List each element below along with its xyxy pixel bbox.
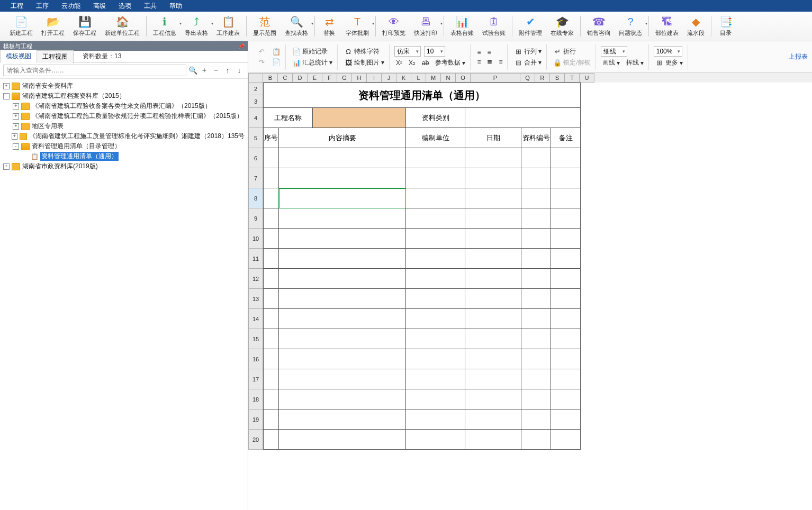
table-cell[interactable] — [551, 148, 581, 168]
table-cell[interactable] — [263, 309, 279, 329]
row-header[interactable]: 18 — [248, 389, 263, 409]
table-cell[interactable] — [406, 148, 465, 168]
zoom-select[interactable]: 100% — [654, 46, 683, 57]
table-cell[interactable] — [279, 369, 406, 389]
row-header[interactable]: 20 — [248, 430, 263, 450]
column-header[interactable]: M — [426, 73, 441, 83]
toolbar-button[interactable]: 📋工序建表 — [212, 13, 244, 40]
toolbar-button[interactable]: 🖶快速打印 — [410, 13, 441, 40]
row-header[interactable]: 12 — [248, 269, 263, 289]
table-cell[interactable] — [263, 249, 279, 269]
table-cell[interactable] — [551, 249, 581, 269]
up-icon[interactable]: ↑ — [222, 65, 233, 76]
table-cell[interactable] — [279, 148, 406, 168]
table-cell[interactable] — [263, 188, 279, 208]
table-cell[interactable] — [521, 430, 551, 450]
column-header[interactable]: O — [456, 73, 471, 83]
table-cell[interactable] — [406, 168, 465, 188]
toolbar-button[interactable]: ☎销售咨询 — [583, 13, 615, 40]
superscript-button[interactable]: X² — [394, 59, 404, 67]
table-cell[interactable] — [279, 409, 406, 430]
toolbar-button[interactable]: 📑目录 — [714, 13, 738, 40]
pin-icon[interactable]: 📌 — [238, 43, 245, 49]
row-header[interactable]: 4 — [248, 108, 263, 128]
toolbar-button[interactable]: 🏗部位建表 — [651, 13, 683, 40]
paste-button[interactable]: 📄 — [270, 58, 282, 67]
table-cell[interactable] — [263, 329, 279, 349]
table-cell[interactable] — [521, 389, 551, 409]
table-cell[interactable] — [465, 389, 521, 409]
wrap-button[interactable]: ↵折行 — [552, 47, 578, 57]
search-input[interactable] — [3, 65, 186, 76]
table-cell[interactable] — [551, 208, 581, 229]
table-cell[interactable] — [465, 269, 521, 289]
menu-item[interactable]: 云功能 — [55, 2, 87, 11]
table-cell[interactable] — [521, 269, 551, 289]
input-data-type[interactable] — [465, 108, 581, 128]
table-cell[interactable] — [521, 188, 551, 208]
table-cell[interactable] — [551, 289, 581, 309]
table-cell[interactable] — [406, 229, 465, 249]
table-cell[interactable] — [465, 148, 521, 168]
original-record-button[interactable]: 📄原始记录 — [291, 47, 329, 57]
table-cell[interactable] — [263, 409, 279, 430]
lock-button[interactable]: 🔒锁定/解锁 — [552, 58, 592, 68]
column-header[interactable]: R — [535, 73, 550, 83]
row-header[interactable]: 9 — [248, 208, 263, 229]
table-cell[interactable] — [551, 269, 581, 289]
table-cell[interactable] — [521, 329, 551, 349]
thick-line-button[interactable]: 挥线▾ — [625, 58, 645, 68]
panel-tab[interactable]: 模板视图 — [0, 50, 37, 63]
line-style-select[interactable]: 细线 — [601, 46, 627, 57]
strike-button[interactable]: ab — [420, 59, 430, 67]
toolbar-button[interactable]: 🗓试验台账 — [478, 13, 510, 40]
tree-toggle-icon[interactable]: + — [13, 113, 19, 120]
table-cell[interactable] — [465, 168, 521, 188]
tree-node[interactable]: 📋资料管理通用清单（通用） — [3, 151, 245, 161]
tree-node[interactable]: -湖南省建筑工程档案资料库（2015） — [3, 91, 245, 101]
table-cell[interactable] — [263, 430, 279, 450]
tree-node[interactable]: +《湖南省建筑工程施工质量管理标准化考评实施细则》湘建建（2018）135号 — [3, 131, 245, 141]
table-cell[interactable] — [521, 349, 551, 369]
column-header[interactable]: P — [471, 73, 520, 83]
toolbar-button[interactable]: 📄新建工程 — [5, 13, 37, 40]
table-cell[interactable] — [465, 430, 521, 450]
menu-item[interactable]: 帮助 — [163, 2, 188, 11]
row-header[interactable]: 19 — [248, 409, 263, 430]
column-header[interactable]: B — [263, 73, 278, 83]
table-cell[interactable] — [263, 349, 279, 369]
input-project-name[interactable] — [313, 108, 406, 128]
table-cell[interactable] — [551, 389, 581, 409]
tree-node[interactable]: +地区专用表 — [3, 121, 245, 131]
table-cell[interactable] — [551, 349, 581, 369]
size-select[interactable]: 10 — [424, 46, 445, 57]
table-cell[interactable] — [279, 329, 406, 349]
table-cell[interactable] — [279, 389, 406, 409]
table-cell[interactable] — [465, 249, 521, 269]
tree-toggle-icon[interactable]: - — [13, 143, 19, 150]
toolbar-button[interactable]: ?问题状态 — [615, 13, 646, 40]
table-cell[interactable] — [465, 409, 521, 430]
column-header[interactable]: K — [396, 73, 411, 83]
table-cell[interactable] — [551, 329, 581, 349]
merge-button[interactable]: ⊟合并 ▾ — [512, 58, 543, 68]
tree-toggle-icon[interactable]: + — [13, 103, 19, 110]
table-cell[interactable] — [406, 309, 465, 329]
table-cell[interactable] — [551, 369, 581, 389]
row-header[interactable]: 5 — [248, 128, 263, 148]
menu-item[interactable]: 工具 — [138, 2, 163, 11]
more-button[interactable]: ⊞更多 ▾ — [654, 58, 684, 68]
column-header[interactable]: J — [382, 73, 396, 83]
table-cell[interactable] — [263, 208, 279, 229]
table-cell[interactable] — [465, 369, 521, 389]
toolbar-button[interactable]: 🔍查找表格 — [281, 13, 312, 40]
table-cell[interactable] — [521, 309, 551, 329]
spreadsheet[interactable]: BCDEFGHIJKLMNOPQRSTU23资料管理通用清单（通用）4工程名称资… — [248, 73, 812, 510]
table-cell[interactable] — [279, 309, 406, 329]
down-icon[interactable]: ↓ — [234, 65, 245, 76]
row-header[interactable]: 2 — [248, 83, 263, 95]
table-cell[interactable] — [279, 349, 406, 369]
table-cell[interactable] — [465, 329, 521, 349]
row-header[interactable]: 7 — [248, 168, 263, 188]
table-cell[interactable] — [406, 188, 465, 208]
